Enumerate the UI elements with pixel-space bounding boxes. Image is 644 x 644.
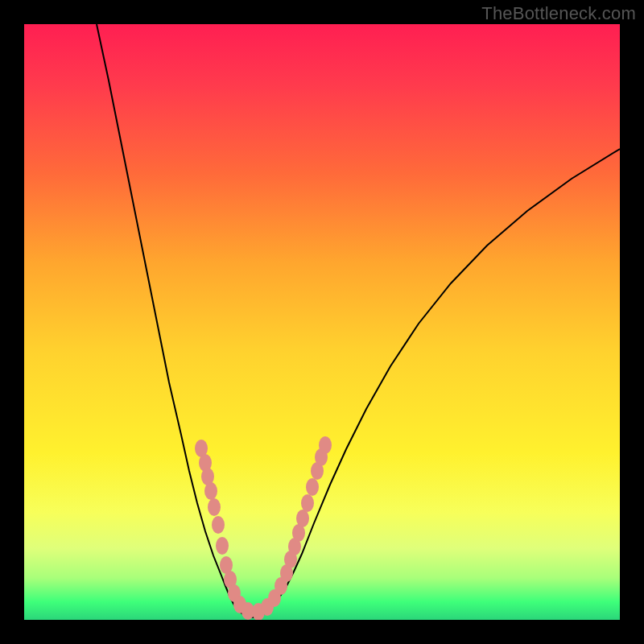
data-marker [212,516,225,534]
data-marker [216,537,229,555]
data-marker [296,510,309,527]
watermark-label: TheBottleneck.com [481,3,636,24]
data-marker [301,494,314,512]
bottleneck-curve [97,24,620,617]
curve-svg [24,24,620,620]
data-marker [204,482,217,500]
data-marker [208,498,221,516]
data-marker [319,436,332,454]
data-marker [306,478,319,496]
plot-area [24,24,620,620]
